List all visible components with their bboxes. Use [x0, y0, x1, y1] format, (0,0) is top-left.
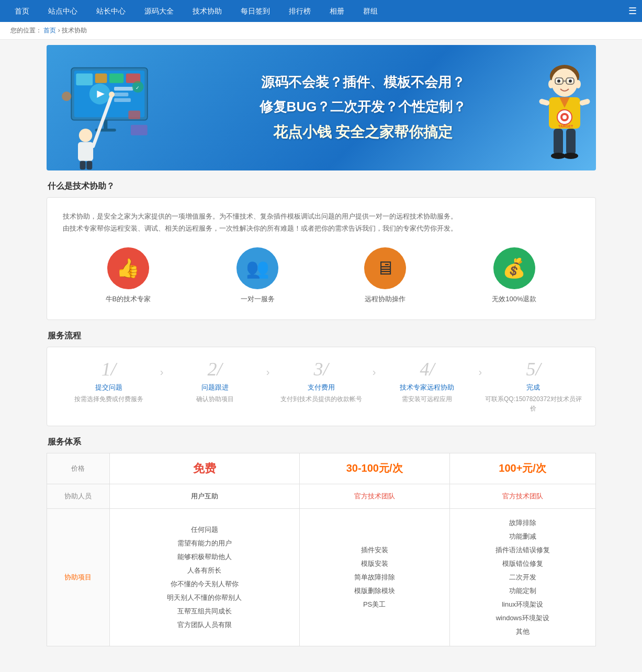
nav-webmaster[interactable]: 站长中心 [87, 0, 135, 22]
svg-rect-41 [538, 98, 550, 106]
staff-free: 用户互助 [109, 484, 299, 508]
svg-rect-42 [579, 98, 590, 106]
what-section-title: 什么是技术协助？ [47, 181, 596, 192]
svg-rect-2 [76, 74, 93, 86]
project-free-list: 任何问题需望有能力的用户能够积极帮助他人人各有所长你不懂的今天别人帮你明天别人不… [116, 523, 293, 632]
nav-source[interactable]: 源码大全 [135, 0, 183, 22]
cartoon-boy-svg: TARGET [536, 50, 593, 170]
flow-desc-1: 按需选择免费或付费服务 [58, 394, 160, 404]
flow-title-5: 完成 [482, 383, 584, 392]
svg-point-13 [78, 129, 92, 142]
flow-desc-5: 可联系QQ:1507820372对技术员评价 [482, 394, 584, 413]
hero-banner: ✓ 源码不会装？插件、模板不会用？ 修复BUG？二次开发？个性定制？ 花点小钱 … [47, 45, 596, 170]
nav-group[interactable]: 群组 [354, 0, 387, 22]
flow-desc-4: 需安装可远程应用 [376, 394, 478, 404]
breadcrumb: 您的位置： 首页 › 技术协助 [0, 22, 642, 40]
svg-rect-8 [114, 87, 133, 90]
main-content: ✓ 源码不会装？插件、模板不会用？ 修复BUG？二次开发？个性定制？ 花点小钱 … [47, 40, 596, 662]
nav-home[interactable]: 首页 [5, 0, 39, 22]
svg-rect-20 [130, 125, 147, 135]
intro-line1: 技术协助，是安全之家为大家提供的一项增值服务。为不懂技术、复杂插件模板调试出问题… [63, 210, 580, 222]
staff-label: 协助人员 [47, 484, 109, 508]
feature-refund: 💰 无效100%退款 [492, 247, 536, 304]
svg-point-16 [109, 92, 115, 97]
svg-text:TARGET: TARGET [558, 124, 573, 128]
service-project-row: 协助项目 任何问题需望有能力的用户能够积极帮助他人人各有所长你不懂的今天别人帮你… [47, 508, 595, 646]
project-high: 故障排除功能删减插件语法错误修复模版错位修复二次开发功能定制linux环境架设w… [449, 508, 595, 646]
feature-label-remote: 远程协助操作 [364, 294, 406, 304]
col-price-label: 价格 [47, 453, 109, 484]
service-table: 价格 免费 30-100元/次 100+元/次 协助人员 用户互助 官方技术团队… [47, 453, 596, 646]
svg-point-34 [576, 80, 581, 88]
flow-arrow-2: › [266, 360, 270, 378]
breadcrumb-prefix: 您的位置： [10, 27, 42, 34]
intro-text-block: 技术协助，是安全之家为大家提供的一项增值服务。为不懂技术、复杂插件模板调试出问题… [63, 210, 580, 235]
features-row: 👍 牛B的技术专家 👥 一对一服务 🖥 远程协助操作 💰 无效100%退款 [63, 247, 580, 304]
breadcrumb-home[interactable]: 首页 [43, 27, 56, 34]
flow-title-4: 技术专家远程协助 [376, 383, 478, 392]
svg-point-39 [562, 115, 567, 119]
flow-title-1: 提交问题 [58, 383, 160, 392]
navigation-bar: 首页 站点中心 站长中心 源码大全 技术协助 每日签到 排行榜 相册 群组 ☰ [0, 0, 642, 22]
svg-rect-19 [128, 110, 140, 119]
col-free: 免费 [109, 453, 299, 484]
flow-num-1: 1/ [58, 360, 160, 379]
staff-mid: 官方技术团队 [299, 484, 449, 508]
service-header-row: 价格 免费 30-100元/次 100+元/次 [47, 453, 595, 484]
nav-rank[interactable]: 排行榜 [279, 0, 320, 22]
feature-icon-expert: 👍 [107, 247, 149, 289]
svg-rect-4 [109, 74, 123, 83]
feature-label-one-on-one: 一对一服务 [236, 294, 278, 304]
flow-step-1: 1/ 提交问题 按需选择免费或付费服务 [58, 360, 160, 404]
banner-text-block: 源码不会装？插件、模板不会用？ 修复BUG？二次开发？个性定制？ 花点小钱 安全… [193, 63, 533, 153]
flow-num-2: 2/ [163, 360, 266, 379]
svg-rect-17 [80, 161, 85, 169]
nav-tech[interactable]: 技术协助 [183, 0, 231, 22]
nav-checkin[interactable]: 每日签到 [231, 0, 279, 22]
svg-rect-44 [566, 129, 576, 155]
project-free: 任何问题需望有能力的用户能够积极帮助他人人各有所长你不懂的今天别人帮你明天别人不… [109, 508, 299, 646]
col-mid: 30-100元/次 [299, 453, 449, 484]
service-staff-row: 协助人员 用户互助 官方技术团队 官方技术团队 [47, 484, 595, 508]
project-mid: 插件安装模版安装简单故障排除模版删除模块PS美工 [299, 508, 449, 646]
flow-num-5: 5/ [482, 360, 584, 379]
banner-illustration-left: ✓ [47, 45, 193, 170]
banner-line3: 花点小钱 安全之家帮你搞定 [204, 122, 523, 142]
svg-rect-9 [114, 93, 128, 96]
svg-rect-43 [554, 129, 563, 155]
project-high-list: 故障排除功能删减插件语法错误修复模版错位修复二次开发功能定制linux环境架设w… [456, 516, 589, 639]
service-section-title: 服务体系 [47, 437, 596, 448]
flow-title-3: 支付费用 [269, 383, 372, 392]
feature-one-on-one: 👥 一对一服务 [236, 247, 278, 304]
banner-illustration-right: TARGET [533, 45, 596, 170]
illustration-svg: ✓ [57, 55, 162, 170]
feature-icon-one-on-one: 👥 [236, 247, 278, 289]
flow-step-3: 3/ 支付费用 支付到技术员提供的收款帐号 [269, 360, 372, 404]
svg-rect-3 [95, 74, 107, 83]
flow-desc-3: 支付到技术员提供的收款帐号 [269, 394, 372, 404]
feature-icon-refund: 💰 [493, 247, 535, 289]
feature-label-refund: 无效100%退款 [492, 294, 536, 304]
svg-point-28 [557, 79, 560, 83]
nav-album[interactable]: 相册 [320, 0, 354, 22]
menu-icon[interactable]: ☰ [628, 5, 637, 17]
svg-rect-14 [78, 142, 93, 161]
flow-box: 1/ 提交问题 按需选择免费或付费服务 › 2/ 问题跟进 确认协助项目 › 3… [47, 347, 596, 426]
banner-line2: 修复BUG？二次开发？个性定制？ [204, 98, 523, 116]
nav-site-center[interactable]: 站点中心 [39, 0, 87, 22]
flow-title-2: 问题跟进 [163, 383, 266, 392]
flow-arrow-1: › [160, 360, 164, 378]
project-mid-list: 插件安装模版安装简单故障排除模版删除模块PS美工 [306, 543, 443, 611]
svg-rect-11 [104, 120, 107, 129]
svg-point-29 [569, 79, 572, 83]
flow-section-title: 服务流程 [47, 331, 596, 341]
intro-box: 技术协助，是安全之家为大家提供的一项增值服务。为不懂技术、复杂插件模板调试出问题… [47, 197, 596, 320]
svg-point-45 [551, 153, 566, 159]
flow-step-5: 5/ 完成 可联系QQ:1507820372对技术员评价 [482, 360, 584, 413]
svg-point-33 [548, 80, 554, 88]
svg-point-23 [62, 92, 71, 101]
staff-high: 官方技术团队 [449, 484, 595, 508]
banner-line1: 源码不会装？插件、模板不会用？ [204, 73, 523, 92]
flow-num-3: 3/ [269, 360, 372, 379]
feature-expert: 👍 牛B的技术专家 [106, 247, 151, 304]
